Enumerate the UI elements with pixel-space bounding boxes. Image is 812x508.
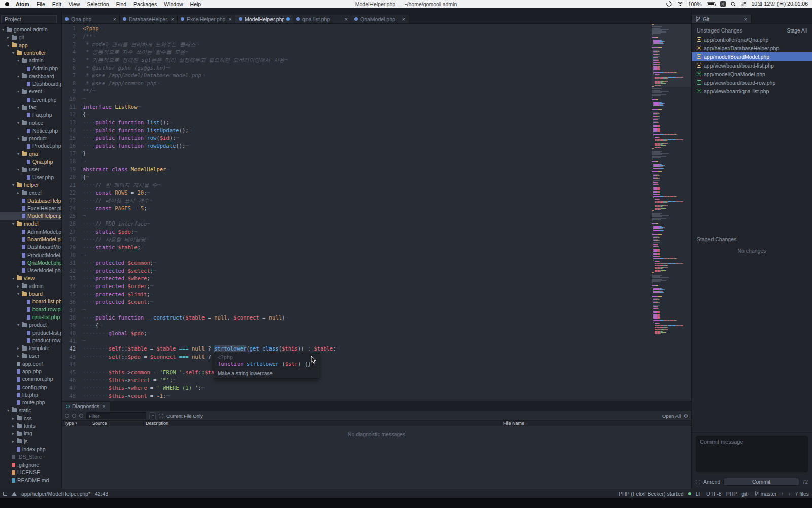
code-line[interactable]: ····protected $where;¬ — [83, 275, 651, 282]
grammar-indicator[interactable]: PHP — [726, 491, 737, 497]
commit-message-input[interactable] — [696, 436, 808, 472]
code-line[interactable]: ····public function rowUpdate();¬ — [83, 142, 651, 150]
code-line[interactable]: ····public function __construct($table =… — [83, 314, 651, 322]
code-line[interactable]: ¬ — [83, 157, 651, 165]
diagnostics-column-description[interactable]: Description — [144, 421, 501, 426]
tree-item-.DS_Store[interactable]: .DS_Store — [0, 453, 61, 461]
tree-item-route.php[interactable]: route.php — [0, 399, 61, 406]
git-file-item[interactable]: app/view/board/board-list.php — [692, 61, 812, 70]
minimap[interactable] — [652, 24, 691, 401]
tree-item-LICENSE[interactable]: LICENSE — [0, 469, 61, 477]
code-line[interactable]: ····public function list();¬ — [83, 119, 651, 126]
tree-item-product[interactable]: ▾product — [0, 135, 61, 142]
tree-item-admin[interactable]: ▸admin — [0, 282, 61, 290]
code-line[interactable]: ····static $table;¬ — [83, 244, 651, 251]
menu-bar-clock[interactable]: 10월 12일 (목) 20:01:06 — [752, 1, 808, 8]
code-line[interactable]: ····// 사용할 테이블명¬ — [83, 236, 651, 243]
code-line[interactable]: ····protected $order;¬ — [83, 282, 651, 290]
filter-options-button[interactable]: .* — [149, 412, 156, 419]
tree-item-template[interactable]: ▸template — [0, 344, 61, 352]
close-icon[interactable]: × — [102, 404, 105, 409]
tree-item-lib.php[interactable]: lib.php — [0, 391, 61, 399]
tree-item-faq[interactable]: ▾faq — [0, 104, 61, 111]
code-line[interactable]: ····protected $common;¬ — [83, 259, 651, 267]
encoding-indicator[interactable]: UTF-8 — [706, 491, 722, 497]
code-line[interactable]: /**¬ — [83, 33, 651, 40]
line-ending-indicator[interactable]: LF — [696, 491, 702, 497]
tree-item-index.php[interactable]: index.php — [0, 446, 61, 453]
apple-menu-icon[interactable] — [5, 2, 9, 6]
tree-item-dashboard[interactable]: ▾dashboard — [0, 73, 61, 80]
package-icon[interactable] — [3, 492, 7, 496]
tree-item-ModelHelper.php[interactable]: ModelHelper.php — [0, 212, 61, 220]
language-server-status[interactable]: PHP (FelixFBecker) started — [619, 491, 684, 497]
warning-filter-icon[interactable] — [72, 414, 76, 418]
arrow-down-icon[interactable]: ↓ — [788, 491, 791, 496]
menubar-menu-window[interactable]: Window — [160, 1, 186, 7]
current-file-only-checkbox[interactable] — [159, 414, 163, 418]
tab-QnaModel.php[interactable]: QnaModel.php× — [351, 15, 409, 23]
open-all-button[interactable]: Open All — [662, 413, 681, 419]
tab-ExcelHelper.php[interactable]: ExcelHelper.php× — [178, 15, 235, 23]
tree-item-UserModel.php[interactable]: UserModel.php — [0, 267, 61, 274]
menubar-menu-atom[interactable]: Atom — [12, 1, 33, 7]
tree-item-config.php[interactable]: config.php — [0, 384, 61, 391]
tree-item-model[interactable]: ▾model — [0, 220, 61, 228]
tab-git[interactable]: Git × — [692, 15, 752, 23]
tree-item-user[interactable]: ▾user — [0, 166, 61, 173]
tree-item-product-list.php[interactable]: product-list.php — [0, 329, 61, 337]
close-icon[interactable]: × — [744, 17, 747, 22]
tab-diagnostics[interactable]: Diagnostics × — [62, 402, 110, 411]
git-file-item[interactable]: +app/view/board/board-row.php — [692, 78, 812, 87]
project-tree[interactable]: ▾gomool-admin▸git▾app▾controller▾admin A… — [0, 24, 61, 489]
code-line[interactable]: ····{¬ — [83, 322, 651, 329]
code-line[interactable]: * @author gshn (gs@gs.hn)¬ — [83, 64, 651, 72]
menubar-menu-help[interactable]: Help — [187, 1, 205, 7]
code-line[interactable]: ····public function row($id);¬ — [83, 134, 651, 142]
code-line[interactable]: * 공통적으로 자주 쓰이는 함수를 모음¬ — [83, 48, 651, 56]
arrow-up-icon[interactable]: ↑ — [782, 491, 784, 496]
tree-item-Admin.php[interactable]: Admin.php — [0, 65, 61, 72]
current-file-path[interactable]: app/helper/ModelHelper.php* — [21, 491, 90, 497]
tree-item-AdminModel.php[interactable]: AdminModel.php — [0, 228, 61, 236]
git-file-item[interactable]: app/model/BoardModel.php — [692, 52, 812, 61]
tree-item-js[interactable]: ▸js — [0, 438, 61, 446]
tree-item-User.php[interactable]: User.php — [0, 174, 61, 181]
code-line[interactable]: ····const PAGES = 5;¬ — [83, 205, 651, 212]
code-line[interactable]: * @see /app/model/Database.model.php¬ — [83, 72, 651, 79]
menubar-menu-find[interactable]: Find — [113, 1, 130, 7]
tree-item-Faq.php[interactable]: Faq.php — [0, 111, 61, 119]
tree-item-ProductModel.php[interactable]: ProductModel.php — [0, 251, 61, 259]
tab-Qna.php[interactable]: Qna.php× — [62, 15, 120, 23]
tree-item-ExcelHelper.php[interactable]: ExcelHelper.php — [0, 205, 61, 212]
tree-item-qna[interactable]: ▾qna — [0, 150, 61, 158]
tree-item-app[interactable]: ▾app — [0, 42, 61, 49]
code-line[interactable]: ········self::$pdo = $connect === null ? — [83, 353, 651, 361]
code-line[interactable]: abstract class ModelHelper¬ — [83, 166, 651, 173]
tree-item-excel[interactable]: ▸excel — [0, 189, 61, 197]
diagnostics-column-file-name[interactable]: File Name — [501, 421, 691, 426]
tree-item-Product.php[interactable]: Product.php — [0, 142, 61, 150]
code-line[interactable]: ¬ — [83, 95, 651, 103]
code-line[interactable]: **/¬ — [83, 87, 651, 95]
tree-item-product[interactable]: ▾product — [0, 321, 61, 329]
tree-item-QnaModel.php[interactable]: QnaModel.php — [0, 259, 61, 267]
code-line[interactable]: ········global $pdo;¬ — [83, 330, 651, 337]
code-line[interactable]: * 기본적으로 정해진 sql문은 미리 설정해두고 필요하면 오버라이딩해서 … — [83, 56, 651, 64]
spotlight-search-icon[interactable] — [731, 2, 736, 7]
git-plus-indicator[interactable]: git+ — [741, 491, 750, 497]
sync-icon[interactable] — [666, 1, 672, 7]
tree-item-app.php[interactable]: app.php — [0, 368, 61, 375]
tree-item-product-row.php[interactable]: product-row.php — [0, 337, 61, 344]
code-line[interactable]: {¬ — [83, 173, 651, 181]
code-line[interactable]: ····// 페이징 표시 개수¬ — [83, 197, 651, 204]
menubar-menu-view[interactable]: View — [65, 1, 84, 7]
tree-item-admin[interactable]: ▾admin — [0, 57, 61, 65]
tree-item-app.conf[interactable]: app.conf — [0, 360, 61, 368]
git-file-item[interactable]: +app/view/board/qna-list.php — [692, 87, 812, 96]
tab-qna-list.php[interactable]: qna-list.php× — [293, 15, 351, 23]
code-line[interactable]: ········$this->where = ' WHERE (1) ';¬ — [83, 384, 651, 392]
code-line[interactable]: ········$this->select = '*';¬ — [83, 376, 651, 384]
changed-files-count[interactable]: 7 files — [795, 491, 809, 497]
tree-item-.gitignore[interactable]: .gitignore — [0, 461, 61, 469]
